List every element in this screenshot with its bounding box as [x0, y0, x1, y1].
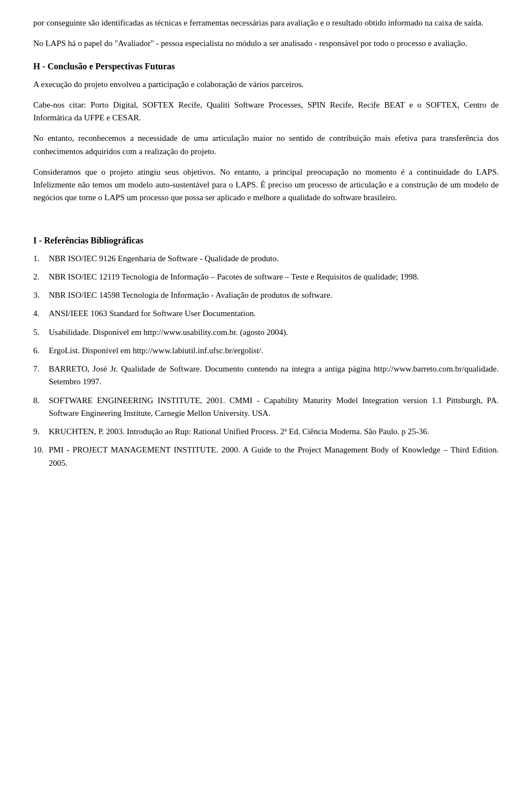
- ref-num: 9.: [33, 425, 49, 438]
- ref-text: ANSI/IEEE 1063 Standard for Software Use…: [49, 307, 499, 320]
- ref-item: 2.NBR ISO/IEC 12119 Tecnologia de Inform…: [33, 271, 499, 283]
- section-h: H - Conclusão e Perspectivas Futuras A e…: [33, 62, 499, 205]
- ref-text: ErgoList. Disponível em http://www.labiu…: [49, 344, 499, 357]
- ref-num: 8.: [33, 394, 49, 420]
- ref-item: 4.ANSI/IEEE 1063 Standard for Software U…: [33, 307, 499, 320]
- ref-item: 3.NBR ISO/IEC 14598 Tecnologia de Inform…: [33, 289, 499, 302]
- ref-item: 7.BARRETO, José Jr. Qualidade de Softwar…: [33, 363, 499, 389]
- ref-text: KRUCHTEN, P. 2003. Introdução ao Rup: Ra…: [49, 425, 499, 438]
- ref-num: 5.: [33, 326, 49, 339]
- ref-text: Usabilidade. Disponível em http://www.us…: [49, 326, 499, 339]
- section-h-heading: H - Conclusão e Perspectivas Futuras: [33, 62, 499, 72]
- section-h-para-4: Consideramos que o projeto atingiu seus …: [33, 166, 499, 205]
- paragraph-2: No LAPS há o papel do "Avaliador" - pess…: [33, 37, 499, 50]
- section-h-para-2: Cabe-nos citar: Porto Digital, SOFTEX Re…: [33, 99, 499, 125]
- section-i: I - Referências Bibliográficas 1.NBR ISO…: [33, 236, 499, 470]
- section-i-heading: I - Referências Bibliográficas: [33, 236, 499, 246]
- ref-text: NBR ISO/IEC 12119 Tecnologia de Informaç…: [49, 271, 499, 283]
- section-h-para-1: A execução do projeto envolveu a partici…: [33, 78, 499, 91]
- ref-num: 2.: [33, 271, 49, 283]
- ref-item: 8.SOFTWARE ENGINEERING INSTITUTE, 2001. …: [33, 394, 499, 420]
- paragraph-1: por conseguinte são identificadas as téc…: [33, 17, 499, 29]
- ref-num: 10.: [33, 444, 49, 470]
- ref-num: 3.: [33, 289, 49, 302]
- references-list: 1.NBR ISO/IEC 9126 Engenharia de Softwar…: [33, 252, 499, 470]
- ref-item: 1.NBR ISO/IEC 9126 Engenharia de Softwar…: [33, 252, 499, 265]
- ref-text: SOFTWARE ENGINEERING INSTITUTE, 2001. CM…: [49, 394, 499, 420]
- ref-num: 4.: [33, 307, 49, 320]
- ref-num: 1.: [33, 252, 49, 265]
- ref-text: NBR ISO/IEC 9126 Engenharia de Software …: [49, 252, 499, 265]
- ref-num: 6.: [33, 344, 49, 357]
- ref-item: 9.KRUCHTEN, P. 2003. Introdução ao Rup: …: [33, 425, 499, 438]
- page: por conseguinte são identificadas as téc…: [0, 0, 532, 793]
- ref-item: 10.PMI - PROJECT MANAGEMENT INSTITUTE. 2…: [33, 444, 499, 470]
- ref-text: NBR ISO/IEC 14598 Tecnologia de Informaç…: [49, 289, 499, 302]
- ref-item: 5.Usabilidade. Disponível em http://www.…: [33, 326, 499, 339]
- ref-text: PMI - PROJECT MANAGEMENT INSTITUTE. 2000…: [49, 444, 499, 470]
- ref-num: 7.: [33, 363, 49, 389]
- ref-text: BARRETO, José Jr. Qualidade de Software.…: [49, 363, 499, 389]
- spacer: [33, 212, 499, 222]
- section-h-para-3: No entanto, reconhecemos a necessidade d…: [33, 132, 499, 158]
- ref-item: 6.ErgoList. Disponível em http://www.lab…: [33, 344, 499, 357]
